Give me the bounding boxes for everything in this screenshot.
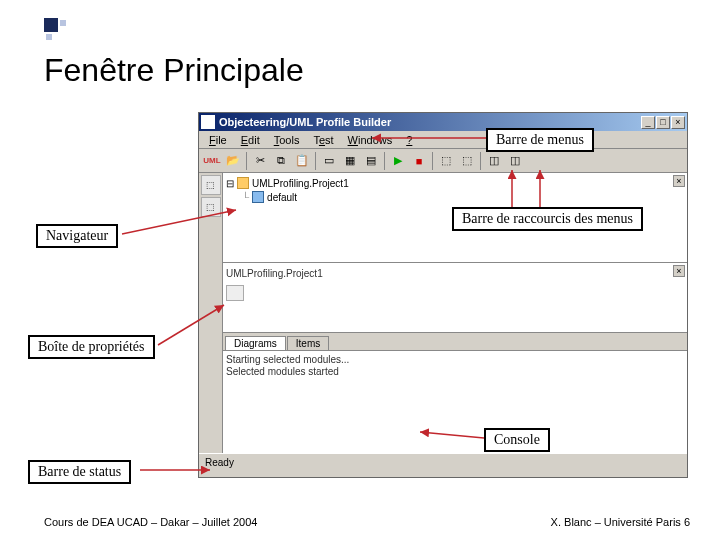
tool-stop-icon[interactable]: ■	[409, 151, 429, 171]
tool-view1-icon[interactable]: ◫	[484, 151, 504, 171]
tool-cut-icon[interactable]: ✂	[250, 151, 270, 171]
tool-view2-icon[interactable]: ◫	[505, 151, 525, 171]
annotation-status: Barre de status	[28, 460, 131, 484]
console-panel: Starting selected modules... Selected mo…	[223, 351, 687, 453]
tree-root-label: UMLProfiling.Project1	[252, 178, 349, 189]
tool-paste-icon[interactable]: 📋	[292, 151, 312, 171]
properties-panel: × UMLProfiling.Project1	[223, 263, 687, 333]
nav-tab-1[interactable]: ⬚	[201, 175, 221, 195]
footer-left: Cours de DEA UCAD – Dakar – Juillet 2004	[44, 516, 257, 528]
tool-uml-icon[interactable]: UML	[202, 151, 222, 171]
menubar: File Edit Tools Test Windows ?	[199, 131, 687, 149]
annotation-console: Console	[484, 428, 550, 452]
tool-diagram3-icon[interactable]: ▤	[361, 151, 381, 171]
tool-action1-icon[interactable]: ⬚	[436, 151, 456, 171]
nav-tab-2[interactable]: ⬚	[201, 197, 221, 217]
console-line: Starting selected modules...	[226, 354, 684, 366]
close-button[interactable]: ×	[671, 116, 685, 129]
annotation-menus: Barre de menus	[486, 128, 594, 152]
window-title: Objecteering/UML Profile Builder	[219, 116, 641, 128]
app-window: Objecteering/UML Profile Builder _ □ × F…	[198, 112, 688, 478]
tool-action2-icon[interactable]: ⬚	[457, 151, 477, 171]
minimize-button[interactable]: _	[641, 116, 655, 129]
status-text: Ready	[205, 457, 234, 468]
footer-right: X. Blanc – Université Paris 6	[551, 516, 690, 528]
titlebar: Objecteering/UML Profile Builder _ □ ×	[199, 113, 687, 131]
props-title: UMLProfiling.Project1	[226, 266, 684, 281]
package-icon	[252, 191, 264, 203]
menu-test[interactable]: Test	[307, 133, 339, 147]
annotation-properties: Boîte de propriétés	[28, 335, 155, 359]
menu-edit[interactable]: Edit	[235, 133, 266, 147]
tab-diagrams[interactable]: Diagrams	[225, 336, 286, 350]
tree-child[interactable]: └ default	[242, 190, 684, 204]
nav-tabs-column: ⬚ ⬚	[199, 173, 223, 453]
tab-items[interactable]: Items	[287, 336, 329, 350]
props-close-icon[interactable]: ×	[673, 265, 685, 277]
menu-file[interactable]: File	[203, 133, 233, 147]
tree-child-label: default	[267, 192, 297, 203]
menu-help[interactable]: ?	[400, 133, 418, 147]
menu-windows[interactable]: Windows	[342, 133, 399, 147]
annotation-navigator: Navigateur	[36, 224, 118, 248]
tool-copy-icon[interactable]: ⧉	[271, 151, 291, 171]
statusbar: Ready	[199, 453, 687, 471]
slide-bullet-decoration	[44, 18, 66, 40]
props-action-button[interactable]	[226, 285, 244, 301]
tree-root[interactable]: ⊟ UMLProfiling.Project1	[226, 176, 684, 190]
folder-icon	[237, 177, 249, 189]
toolbar: UML 📂 ✂ ⧉ 📋 ▭ ▦ ▤ ▶ ■ ⬚ ⬚ ◫ ◫	[199, 149, 687, 173]
menu-tools[interactable]: Tools	[268, 133, 306, 147]
tool-run-icon[interactable]: ▶	[388, 151, 408, 171]
maximize-button[interactable]: □	[656, 116, 670, 129]
console-line: Selected modules started	[226, 366, 684, 378]
slide-title: Fenêtre Principale	[44, 52, 304, 89]
tool-diagram2-icon[interactable]: ▦	[340, 151, 360, 171]
tabs-bar: Diagrams Items	[223, 333, 687, 351]
tree-close-icon[interactable]: ×	[673, 175, 685, 187]
tool-diagram1-icon[interactable]: ▭	[319, 151, 339, 171]
tool-open-icon[interactable]: 📂	[223, 151, 243, 171]
annotation-shortcuts: Barre de raccourcis des menus	[452, 207, 643, 231]
app-icon	[201, 115, 215, 129]
